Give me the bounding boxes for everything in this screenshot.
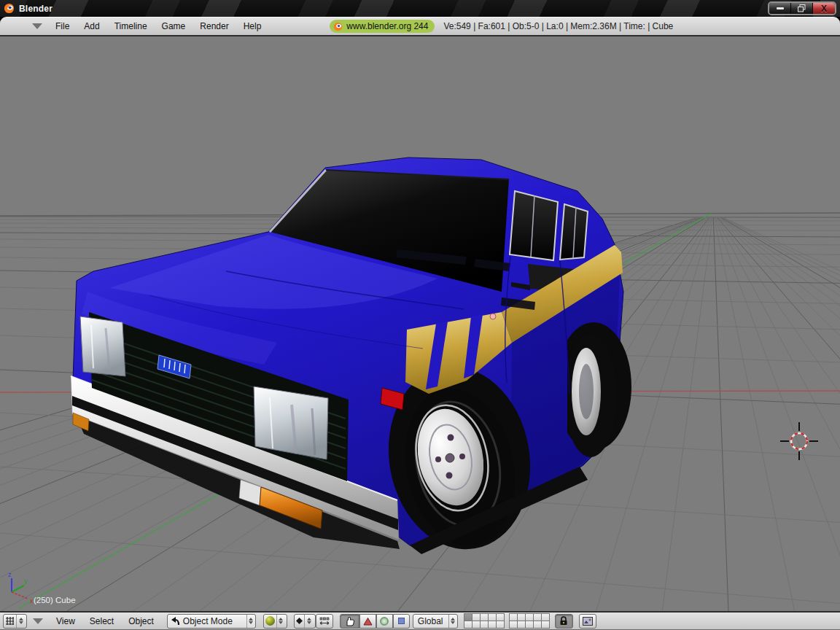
editor-type-button[interactable] <box>3 614 27 629</box>
menu-add[interactable]: Add <box>77 21 106 31</box>
width-arrows-icon <box>319 617 330 626</box>
menu-timeline[interactable]: Timeline <box>107 21 155 31</box>
titlebar: Blender X <box>0 0 840 17</box>
axis-z-label: z <box>8 571 12 578</box>
rotate-manipulator-button[interactable] <box>376 614 393 629</box>
menu-select[interactable]: Select <box>82 616 121 626</box>
main-menubar: FileAddTimelineGameRenderHelp <box>48 21 268 31</box>
layer-20[interactable] <box>541 621 550 629</box>
restore-icon <box>798 4 806 12</box>
minimize-icon <box>777 7 784 9</box>
rotate-ring-icon <box>380 617 389 626</box>
padlock-icon <box>559 616 568 626</box>
menu-help[interactable]: Help <box>236 21 269 31</box>
minimize-button[interactable] <box>769 3 791 14</box>
viewport-3d[interactable]: z y x (250) Cube <box>0 36 840 611</box>
viewport-canvas: z y x (250) Cube <box>0 36 840 611</box>
mode-label: Object Mode <box>181 616 246 626</box>
draw-type-dropdown[interactable] <box>263 614 287 629</box>
restore-button[interactable] <box>791 3 813 14</box>
header-collapse-icon[interactable] <box>33 618 43 624</box>
orientation-label: Global <box>418 616 448 626</box>
header-collapse-icon[interactable] <box>32 23 42 29</box>
menu-game[interactable]: Game <box>155 21 193 31</box>
draw-type-stepper[interactable] <box>276 615 285 628</box>
axis-gizmo: z y x <box>8 571 34 604</box>
manipulator-toggle-button[interactable] <box>340 614 359 629</box>
lock-layers-button[interactable] <box>555 614 573 629</box>
grid-editor-icon <box>5 616 15 626</box>
blender-logo-icon <box>4 3 15 14</box>
window-title: Blender <box>19 4 52 14</box>
blender-window: Blender X FileAddTimelineGameRenderHelp … <box>0 0 840 630</box>
car-model[interactable] <box>71 158 631 561</box>
solid-shading-icon <box>265 616 275 626</box>
object-mode-icon <box>171 616 181 626</box>
cursor-3d[interactable] <box>780 422 818 460</box>
top-header: FileAddTimelineGameRenderHelp www.blende… <box>0 17 840 36</box>
orientation-dropdown[interactable]: Global <box>413 614 458 629</box>
editor-type-stepper[interactable] <box>16 615 25 628</box>
menu-render[interactable]: Render <box>192 21 236 31</box>
manipulator-size-button[interactable] <box>316 614 333 629</box>
close-button[interactable]: X <box>813 3 835 14</box>
close-icon: X <box>821 4 827 14</box>
mode-dropdown[interactable]: Object Mode <box>167 614 256 629</box>
scene-stats: Ve:549 | Fa:601 | Ob:5-0 | La:0 | Mem:2.… <box>443 21 673 31</box>
blender-org-badge[interactable]: www.blender.org 244 <box>330 20 435 33</box>
translate-cone-icon <box>363 617 373 626</box>
axis-y-label: y <box>24 578 28 585</box>
frame-object-label: (250) Cube <box>34 596 76 604</box>
menu-object[interactable]: Object <box>121 616 161 626</box>
pivot-stepper[interactable] <box>304 615 313 628</box>
pivot-point-icon <box>296 618 303 624</box>
viewport-menubar: ViewSelectObject <box>49 616 161 626</box>
translate-manipulator-button[interactable] <box>359 614 376 629</box>
pivot-dropdown[interactable] <box>294 614 316 629</box>
image-icon <box>583 617 593 626</box>
orientation-stepper[interactable] <box>448 615 457 628</box>
menu-file[interactable]: File <box>48 21 77 31</box>
layer-10[interactable] <box>496 621 505 629</box>
badge-logo-icon <box>333 22 343 31</box>
scale-square-icon <box>398 618 405 624</box>
badge-text: www.blender.org 244 <box>346 21 428 31</box>
mode-stepper[interactable] <box>246 615 255 628</box>
window-controls: X <box>768 1 836 15</box>
render-preview-button[interactable] <box>579 614 596 629</box>
viewport-header: ViewSelectObject Object Mode <box>0 611 840 630</box>
lamp-dot <box>490 314 496 319</box>
layer-buttons <box>464 614 550 629</box>
menu-view[interactable]: View <box>49 616 82 626</box>
scale-manipulator-button[interactable] <box>393 614 410 629</box>
hand-icon <box>344 616 355 626</box>
